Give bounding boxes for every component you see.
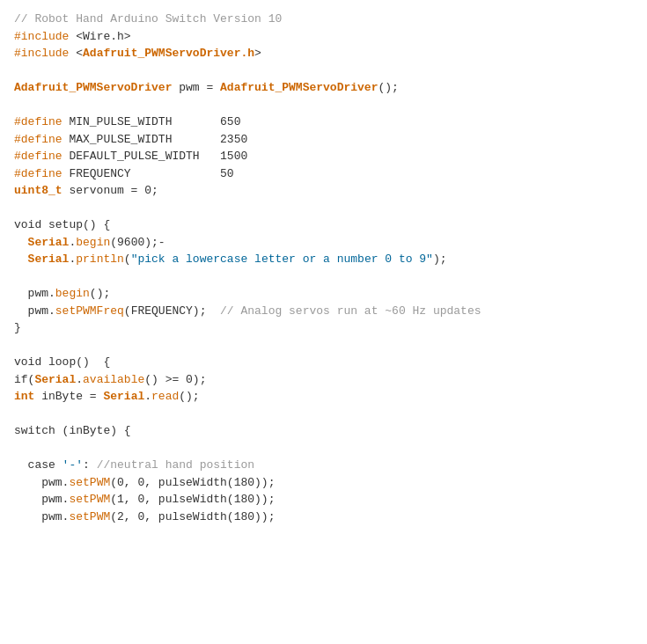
- code-line-10: #define FREQUENCY 50: [14, 165, 633, 183]
- code-line-2: #include <Wire.h>: [14, 28, 633, 46]
- code-line-20: [14, 337, 633, 355]
- code-editor: // Robot Hand Arduino Switch Version 10 …: [0, 0, 647, 644]
- code-line-5: Adafruit_PWMServoDriver pwm = Adafruit_P…: [14, 79, 633, 97]
- code-line-6: [14, 97, 633, 114]
- code-line-7: #define MIN_PULSE_WIDTH 650: [14, 113, 633, 131]
- code-line-26: [14, 440, 633, 457]
- code-line-9: #define DEFAULT_PULSE_WIDTH 1500: [14, 148, 633, 165]
- code-line-29: pwm.setPWM(1, 0, pulseWidth(180));: [14, 491, 633, 509]
- code-line-17: pwm.begin();: [14, 285, 633, 303]
- code-line-21: void loop() {: [14, 354, 633, 371]
- code-line-19: }: [14, 319, 633, 337]
- code-line-30: pwm.setPWM(2, 0, pulseWidth(180));: [14, 509, 633, 526]
- code-line-8: #define MAX_PULSE_WIDTH 2350: [14, 131, 633, 149]
- code-line-1: // Robot Hand Arduino Switch Version 10: [14, 11, 633, 28]
- code-line-28: pwm.setPWM(0, 0, pulseWidth(180));: [14, 474, 633, 492]
- code-line-15: Serial.println("pick a lowercase letter …: [14, 251, 633, 268]
- code-line-4: [14, 62, 633, 80]
- code-line-27: case '-': //neutral hand position: [14, 457, 633, 474]
- code-line-18: pwm.setPWMFreq(FREQUENCY); // Analog ser…: [14, 303, 633, 320]
- code-line-25: switch (inByte) {: [14, 422, 633, 440]
- code-line-16: [14, 268, 633, 286]
- code-line-22: if(Serial.available() >= 0);: [14, 371, 633, 389]
- code-line-13: void setup() {: [14, 216, 633, 234]
- code-line-23: int inByte = Serial.read();: [14, 388, 633, 406]
- code-line-12: [14, 200, 633, 217]
- code-line-24: [14, 406, 633, 423]
- code-line-11: uint8_t servonum = 0;: [14, 182, 633, 200]
- code-line-3: #include <Adafruit_PWMServoDriver.h>: [14, 45, 633, 62]
- code-line-14: Serial.begin(9600);-: [14, 234, 633, 252]
